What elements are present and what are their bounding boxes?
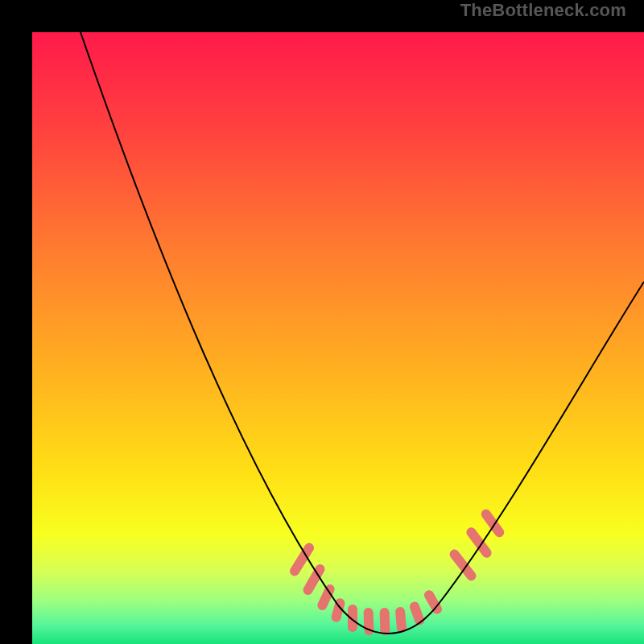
gradient-background xyxy=(32,32,644,644)
marker-dash xyxy=(415,607,419,621)
marker-dash xyxy=(400,612,402,628)
marker-dash xyxy=(385,613,386,630)
chart-frame xyxy=(16,16,628,628)
watermark-text: TheBottleneck.com xyxy=(460,0,626,21)
marker-dash xyxy=(369,613,369,630)
bottleneck-chart xyxy=(32,32,644,644)
